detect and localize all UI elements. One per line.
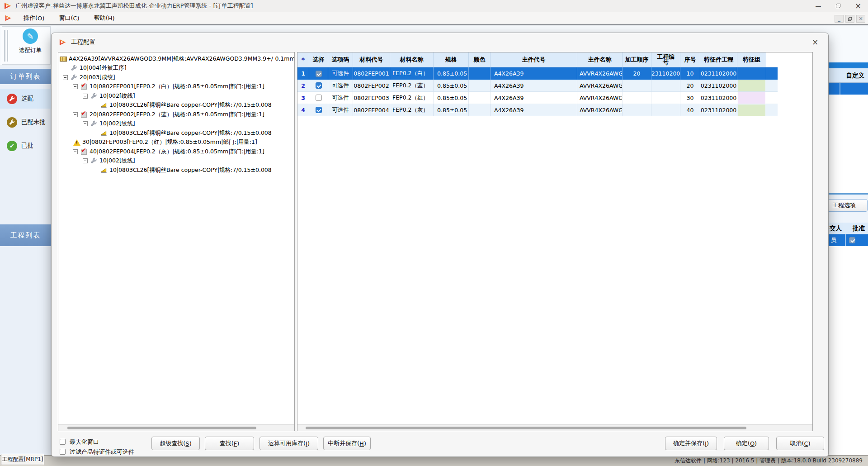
footer-button-0[interactable]: 超级查找(S): [151, 437, 200, 450]
column-header-材料代号[interactable]: 材料代号: [353, 52, 390, 67]
sidebar-item-0[interactable]: 选配: [0, 89, 51, 109]
select-order-label: 选配订单: [19, 47, 42, 54]
project-options-button[interactable]: 工程选项: [829, 199, 868, 212]
cell-color: [469, 67, 491, 80]
tree-node-12[interactable]: 10|0803CL26[裸铜丝Bare copper-COPY|规格:7/0.1…: [58, 166, 294, 175]
column-header-选项码[interactable]: 选项码: [328, 52, 353, 67]
confirm-button[interactable]: 确定(O): [724, 437, 769, 450]
tree-node-9[interactable]: 30|0802FEP003[FEP0.2（红）|规格:0.85±0.05mm|部…: [58, 138, 294, 147]
filter-products-checkbox[interactable]: [60, 449, 66, 455]
column-header-选择[interactable]: 选择: [309, 52, 328, 67]
cell-cb[interactable]: [309, 104, 328, 116]
dialog-close-button[interactable]: ×: [808, 37, 822, 48]
tree-expander-icon[interactable]: [73, 112, 78, 117]
cell-cb[interactable]: [309, 92, 328, 104]
column-header-filler[interactable]: [766, 52, 778, 67]
maximize-window-label: 最大化窗口: [70, 438, 99, 446]
cell-cb[interactable]: [309, 67, 328, 80]
tree-node-6[interactable]: 20|0802FEP002[FEP0.2（蓝）|规格:0.85±0.05mm|部…: [58, 110, 294, 119]
column-header-颜色[interactable]: 颜色: [469, 52, 491, 67]
tree-node-10[interactable]: 40|0802FEP004[FEP0.2（灰）|规格:0.85±0.05mm|部…: [58, 147, 294, 157]
column-header-主件名称[interactable]: 主件名称: [577, 52, 623, 67]
footer-button-3[interactable]: 中断并保存(H): [323, 437, 371, 450]
footer-button-1[interactable]: 查找(F): [205, 437, 254, 450]
column-header-特征组[interactable]: 特征组: [737, 52, 766, 67]
tree-node-2[interactable]: 20|003[成绞]: [58, 73, 294, 82]
cell-sw: [737, 104, 766, 116]
options-table-panel: *选择选项码材料代号材料名称规格颜色主件代号主件名称加工顺序工程编号序号特征件工…: [297, 52, 813, 431]
footer-button-2[interactable]: 运算可用库存(I): [259, 437, 318, 450]
maximize-window-checkbox[interactable]: [60, 439, 66, 445]
mdi-restore-button[interactable]: [845, 15, 854, 23]
menu-item-0[interactable]: 操作(O): [16, 12, 52, 24]
close-button[interactable]: ×: [848, 0, 868, 12]
tree-hscrollbar-thumb[interactable]: [67, 427, 256, 429]
tree-node-8[interactable]: 10|0803CL26[裸铜丝Bare copper-COPY|规格:7/0.1…: [58, 128, 294, 138]
tree-expander-icon[interactable]: [83, 121, 88, 126]
table-row-1[interactable]: 1可选件0802FEP001FEP0.2（白）0.85±0.05A4X26A39…: [297, 67, 778, 80]
cell-pcode: A4X26A39: [491, 92, 577, 104]
tree-node-4[interactable]: 10|002[绞线]: [58, 91, 294, 101]
toolbar-grip[interactable]: [4, 30, 5, 62]
cell-pcode: A4X26A39: [491, 104, 577, 116]
bg-approve-checkbox[interactable]: [849, 237, 855, 243]
column-header-工程编号[interactable]: 工程编号: [651, 52, 680, 67]
cell-pname: AVVR4X26AWGOD3.9MM: [577, 67, 623, 80]
minimize-button[interactable]: —: [808, 0, 828, 12]
column-header-主件代号[interactable]: 主件代号: [491, 52, 577, 67]
warn-icon: [73, 139, 80, 146]
menu-item-1[interactable]: 窗口(C): [52, 12, 86, 24]
cell-name: FEP0.2（白）: [390, 67, 434, 80]
sidebar-item-label: 已配未批: [21, 118, 46, 126]
table-row-4[interactable]: 4可选件0802FEP004FEP0.2（灰）0.85±0.05A4X26A39…: [297, 104, 778, 116]
row-select-checkbox[interactable]: [316, 71, 322, 77]
tree-expander-icon[interactable]: [83, 158, 88, 163]
bg-grid-headers: 交人 批准: [829, 223, 868, 234]
menu-item-2[interactable]: 帮助(H): [87, 12, 122, 24]
row-select-checkbox[interactable]: [316, 82, 322, 89]
select-order-button[interactable]: ✎ 选配订单: [10, 27, 51, 64]
tree-expander-icon[interactable]: [63, 75, 68, 80]
sidebar-item-2[interactable]: ✔已批: [0, 136, 51, 156]
tree-node-0[interactable]: A4X26A39[AVVR4X26AWGOD3.9MM|规格:AVVR4X26A…: [58, 54, 294, 64]
column-header-序号[interactable]: 序号: [680, 52, 700, 67]
tree-expander-icon[interactable]: [73, 149, 78, 154]
row-select-checkbox[interactable]: [316, 107, 322, 113]
menubar: 操作(O)窗口(C)帮助(H): [0, 12, 868, 24]
table-row-2[interactable]: 2可选件0802FEP002FEP0.2（蓝）0.85±0.05A4X26A39…: [297, 80, 778, 92]
mdi-minimize-button[interactable]: _: [835, 15, 844, 23]
cell-order: [623, 92, 651, 104]
root-icon: [59, 55, 67, 62]
sidebar-item-1[interactable]: 已配未批: [0, 112, 51, 132]
column-header-加工顺序[interactable]: 加工顺序: [623, 52, 651, 67]
column-header-材料名称[interactable]: 材料名称: [390, 52, 434, 67]
tree-node-5[interactable]: 10|0803CL26[裸铜丝Bare copper-COPY|规格:7/0.1…: [58, 101, 294, 110]
tree-expander-icon[interactable]: [73, 84, 78, 89]
toolbar-grip[interactable]: [7, 30, 8, 62]
tree-expander-icon[interactable]: [83, 94, 88, 99]
bg-blue-strip: [829, 62, 868, 68]
column-header-规格[interactable]: 规格: [434, 52, 469, 67]
restore-button[interactable]: [828, 0, 848, 12]
cell-code: 0802FEP004: [353, 104, 390, 116]
tree-node-3[interactable]: 10|0802FEP001[FEP0.2（白）|规格:0.85±0.05mm|部…: [58, 82, 294, 92]
mdi-close-button[interactable]: ✕: [856, 15, 865, 23]
tree-node-label: 10|0803CL26[裸铜丝Bare copper-COPY|规格:7/0.1…: [109, 101, 272, 109]
confirm-save-button[interactable]: 确定并保存(I): [665, 437, 717, 450]
feature-group-swatch: [738, 80, 765, 91]
cell-cb[interactable]: [309, 80, 328, 92]
column-header-特征件工程[interactable]: 特征件工程: [700, 52, 737, 67]
tree-node-11[interactable]: 10|002[绞线]: [58, 157, 294, 166]
cancel-button[interactable]: 取消(C): [776, 437, 824, 450]
cell-seq: 30: [680, 92, 700, 104]
row-select-checkbox[interactable]: [316, 95, 322, 101]
tree-node-1[interactable]: 10|004[外被工序]: [58, 64, 294, 73]
tree-node-7[interactable]: 10|002[绞线]: [58, 119, 294, 129]
status-tab-mrp[interactable]: 工程配置[MRP1]: [1, 454, 44, 465]
column-header-*[interactable]: *: [297, 52, 309, 67]
table-body: 1可选件0802FEP001FEP0.2（白）0.85±0.05A4X26A39…: [297, 67, 812, 116]
bg-col-approve: 批准: [853, 224, 865, 233]
table-row-3[interactable]: 3可选件0802FEP003FEP0.2（红）0.85±0.05A4X26A39…: [297, 92, 778, 104]
bom-tree-panel: A4X26A39[AVVR4X26AWGOD3.9MM|规格:AVVR4X26A…: [58, 52, 295, 431]
table-hscrollbar-thumb[interactable]: [306, 427, 746, 429]
